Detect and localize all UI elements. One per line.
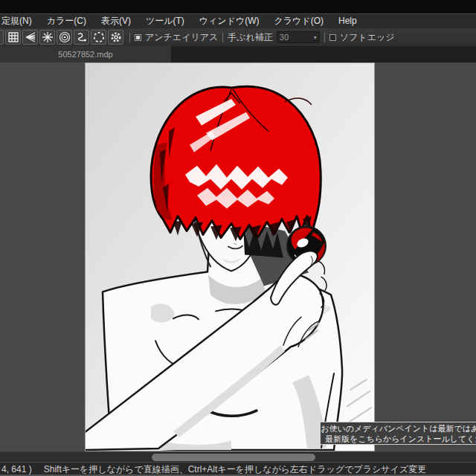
grid-snap-button[interactable] — [5, 30, 21, 45]
vanishing-point-snap-icon — [25, 31, 36, 43]
tabbar: 50527852.mdp — [0, 46, 476, 62]
snap-toolbar: アンチエイリアス 手ぶれ補正 30 ▾ ソフトエッジ — [0, 28, 476, 46]
snap-settings-button[interactable] — [108, 30, 123, 45]
soft-edge-label: ソフトエッジ — [340, 31, 395, 44]
menu-item-0[interactable]: 定規(N) — [0, 14, 39, 28]
ellipse-snap-icon — [93, 31, 105, 43]
toolbar-separator — [324, 33, 325, 42]
antialias-label: アンチエイリアス — [145, 31, 218, 44]
stabilizer-dropdown[interactable]: 30 ▾ — [277, 31, 320, 43]
notification-line-1: お使いのメディバンペイントは最新ではありま — [321, 423, 476, 434]
artwork-hair — [151, 86, 321, 241]
menubar: 定規(N)カラー(C)表示(V)ツール(T)ウィンドウ(W)クラウド(O)Hel… — [0, 14, 476, 28]
workspace[interactable]: お使いのメディバンペイントは最新ではありま 最新版をこちらからインストールしてく… — [0, 62, 476, 451]
concentric-circle-snap-icon — [59, 31, 71, 43]
curve-snap-button[interactable] — [74, 30, 89, 45]
medibang-paint-window: 定規(N)カラー(C)表示(V)ツール(T)ウィンドウ(W)クラウド(O)Hel… — [0, 0, 476, 476]
antialias-checkbox[interactable] — [135, 34, 141, 41]
menu-item-4[interactable]: ウィンドウ(W) — [192, 14, 267, 28]
canvas[interactable] — [86, 63, 374, 451]
stabilizer-value: 30 — [280, 33, 289, 42]
statusbar: 4, 641 ) Shiftキーを押しながらで直線描画、Ctrl+Altキーを押… — [0, 462, 476, 476]
notification-line-2: 最新版をこちらからインストールしてくださ — [321, 434, 476, 444]
grid-snap-icon — [7, 31, 19, 43]
concentric-circle-snap-button[interactable] — [57, 30, 72, 45]
titlebar — [0, 0, 476, 14]
menu-item-2[interactable]: 表示(V) — [94, 14, 138, 28]
soft-edge-toggle[interactable]: ソフトエッジ — [329, 31, 395, 44]
ellipse-snap-button[interactable] — [91, 30, 106, 45]
chevron-down-icon: ▾ — [314, 34, 317, 41]
radial-snap-icon — [42, 31, 54, 43]
clipped-tool-button[interactable] — [0, 30, 4, 45]
menu-item-5[interactable]: クラウド(O) — [267, 14, 331, 28]
artwork-illustration — [86, 63, 374, 451]
scrollbar-thumb[interactable] — [152, 454, 315, 461]
horizontal-scrollbar[interactable] — [0, 451, 476, 462]
toolbar-separator — [129, 33, 130, 42]
vanishing-point-snap-button[interactable] — [22, 30, 38, 45]
document-tab-title: 50527852.mdp — [58, 50, 112, 59]
menu-item-1[interactable]: カラー(C) — [39, 14, 94, 28]
radial-snap-button[interactable] — [39, 30, 55, 45]
document-tab[interactable]: 50527852.mdp — [0, 46, 172, 62]
snap-settings-icon — [110, 31, 122, 43]
stabilizer-label: 手ぶれ補正 — [228, 31, 273, 44]
antialias-toggle[interactable]: アンチエイリアス — [135, 31, 218, 44]
curve-snap-icon — [76, 31, 88, 43]
soft-edge-checkbox[interactable] — [329, 34, 336, 41]
cursor-coordinates: 4, 641 ) — [0, 464, 32, 475]
menu-item-3[interactable]: ツール(T) — [138, 14, 192, 28]
menu-item-6[interactable]: Help — [331, 14, 364, 28]
statusbar-hint: Shiftキーを押しながらで直線描画、Ctrl+Altキーを押しながら左右ドラッ… — [32, 463, 426, 476]
toolbar-separator — [222, 33, 223, 42]
update-notification[interactable]: お使いのメディバンペイントは最新ではありま 最新版をこちらからインストールしてく… — [320, 422, 476, 445]
